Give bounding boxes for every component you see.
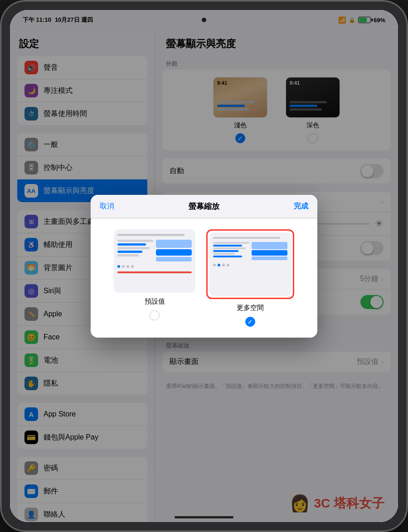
modal-title: 螢幕縮放	[189, 201, 219, 212]
modal-cancel-button[interactable]: 取消	[100, 202, 114, 211]
device-screen: 下午 11:10 10月27日 週四 📶 🔒 69% 設定	[10, 10, 398, 522]
modal-body: 預設值	[91, 218, 317, 338]
device-frame: 下午 11:10 10月27日 週四 📶 🔒 69% 設定	[0, 0, 408, 532]
zoom-option-default[interactable]: 預設值	[114, 229, 195, 327]
zoom-preview-default-content	[114, 229, 195, 278]
zoom-option-more-space[interactable]: 更多空間 ✓	[206, 229, 294, 327]
modal-header: 取消 螢幕縮放 完成	[91, 195, 317, 218]
modal-dialog: 取消 螢幕縮放 完成	[91, 195, 317, 338]
zoom-preview-more-space-content	[209, 232, 291, 271]
zoom-dots-more	[213, 264, 287, 266]
zoom-default-label: 預設值	[145, 297, 165, 306]
modal-done-button[interactable]: 完成	[294, 202, 308, 211]
zoom-dots-default	[117, 265, 192, 268]
zoom-preview-more-space	[209, 232, 291, 296]
zoom-more-space-radio[interactable]: ✓	[245, 317, 255, 327]
modal-overlay[interactable]: 取消 螢幕縮放 完成	[10, 10, 398, 522]
zoom-default-radio[interactable]	[150, 310, 160, 320]
zoom-preview-default	[114, 229, 195, 293]
zoom-more-space-label: 更多空間	[237, 304, 264, 312]
